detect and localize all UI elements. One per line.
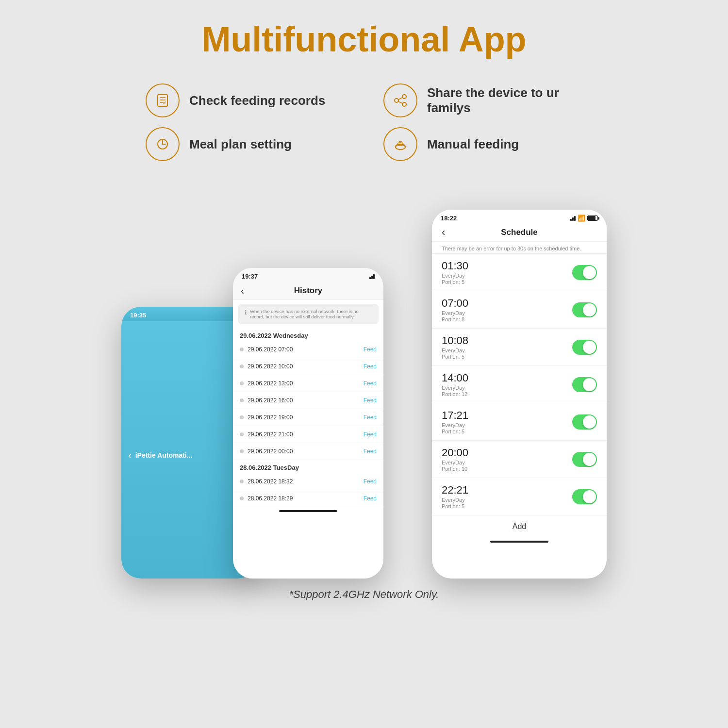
schedule-time-3: 14:00 — [442, 372, 468, 384]
history-dot-5 — [240, 432, 244, 436]
schedule-info-5: 20:00 EveryDay Portion: 10 — [442, 447, 468, 472]
feature-check-feeding: Check feeding records — [146, 83, 345, 117]
schedule-day-6: EveryDay — [442, 497, 468, 503]
history-label-6: Feed — [364, 448, 377, 455]
history-time-8: 28.06.2022 18:29 — [248, 495, 360, 502]
schedule-toggle-5[interactable] — [572, 452, 597, 467]
history-dot-6 — [240, 449, 244, 453]
history-time-0: 29.06.2022 07:00 — [248, 346, 360, 353]
battery-icon — [587, 215, 598, 221]
feature-meal-plan: Meal plan setting — [146, 127, 345, 161]
history-item-4: 29.06.2022 19:00 Feed — [233, 409, 383, 426]
schedule-portion-1: Portion: 8 — [442, 316, 468, 322]
feature-share-device: Share the device to ur familys — [383, 83, 582, 117]
schedule-info-4: 17:21 EveryDay Portion: 5 — [442, 409, 468, 434]
schedule-item-5: 20:00 EveryDay Portion: 10 — [432, 441, 607, 478]
history-dot-8 — [240, 496, 244, 500]
svg-line-7 — [398, 98, 402, 99]
history-label-8: Feed — [364, 495, 377, 502]
history-item-1: 29.06.2022 10:00 Feed — [233, 358, 383, 375]
history-item-3: 29.06.2022 16:00 Feed — [233, 392, 383, 409]
history-label-4: Feed — [364, 414, 377, 421]
feature-manual-feeding: Manual feeding — [383, 127, 582, 161]
check-feeding-icon — [146, 83, 180, 117]
history-item-0: 29.06.2022 07:00 Feed — [233, 341, 383, 358]
svg-point-6 — [402, 102, 406, 106]
wifi-icon: 📶 — [578, 215, 585, 222]
schedule-toggle-0[interactable] — [572, 265, 597, 280]
schedule-toggle-3[interactable] — [572, 377, 597, 392]
history-date-1: 29.06.2022 Wednesday — [233, 328, 383, 341]
schedule-portion-4: Portion: 5 — [442, 429, 468, 434]
svg-rect-0 — [158, 95, 167, 106]
history-item-8: 28.06.2022 18:29 Feed — [233, 490, 383, 507]
mid-time: 19:37 — [242, 273, 258, 280]
history-item-2: 29.06.2022 13:00 Feed — [233, 375, 383, 392]
phones-container: 19:35 ‹ iPettie Automati... Standby — [97, 190, 631, 579]
schedule-day-1: EveryDay — [442, 310, 468, 316]
mid-signal — [369, 274, 375, 279]
mid-status-bar: 19:37 — [233, 268, 383, 282]
schedule-info-0: 01:30 EveryDay Portion: 5 — [442, 260, 468, 285]
schedule-time-0: 01:30 — [442, 260, 468, 272]
schedule-toggle-1[interactable] — [572, 302, 597, 317]
schedule-item-0: 01:30 EveryDay Portion: 5 — [432, 254, 607, 291]
history-item-5: 29.06.2022 21:00 Feed — [233, 426, 383, 443]
history-label-1: Feed — [364, 363, 377, 370]
schedule-info-6: 22:21 EveryDay Portion: 5 — [442, 484, 468, 509]
schedule-day-4: EveryDay — [442, 422, 468, 428]
manual-feeding-text: Manual feeding — [427, 137, 519, 152]
schedule-toggle-2[interactable] — [572, 340, 597, 355]
history-dot-1 — [240, 364, 244, 368]
history-label-5: Feed — [364, 431, 377, 438]
history-date-2: 28.06.2022 TuesDay — [233, 460, 383, 473]
right-home-indicator — [490, 541, 548, 543]
schedule-time-4: 17:21 — [442, 409, 468, 422]
right-back-arrow[interactable]: ‹ — [442, 226, 445, 239]
schedule-toggle-6[interactable] — [572, 489, 597, 504]
mid-back-arrow[interactable]: ‹ — [241, 285, 244, 297]
phone-mid: 19:37 ‹ History ℹ When the device has no… — [233, 268, 383, 579]
schedule-info-1: 07:00 EveryDay Portion: 8 — [442, 297, 468, 322]
features-grid: Check feeding records Share the device t… — [146, 83, 582, 161]
schedule-item-4: 17:21 EveryDay Portion: 5 — [432, 403, 607, 441]
share-device-text: Share the device to ur familys — [427, 85, 582, 116]
history-label-2: Feed — [364, 380, 377, 387]
history-dot-7 — [240, 480, 244, 483]
page-title: Multifunctional App — [201, 19, 526, 59]
history-item-7: 28.06.2022 18:32 Feed — [233, 473, 383, 490]
right-signal — [570, 216, 576, 221]
schedule-day-5: EveryDay — [442, 460, 468, 465]
mid-nav: ‹ History — [233, 282, 383, 300]
history-dot-4 — [240, 415, 244, 419]
schedule-item-1: 07:00 EveryDay Portion: 8 — [432, 291, 607, 329]
mid-notice-text: When the device has no external network,… — [250, 309, 372, 319]
schedule-time-2: 10:08 — [442, 334, 468, 347]
schedule-portion-2: Portion: 5 — [442, 354, 468, 360]
history-time-4: 29.06.2022 19:00 — [248, 414, 360, 421]
history-dot-2 — [240, 381, 244, 385]
page-container: Multifunctional App Check feeding record… — [0, 0, 728, 728]
manual-feeding-icon — [383, 127, 417, 161]
schedule-notice: There may be an error for up to 30s on t… — [432, 242, 607, 254]
schedule-toggle-4[interactable] — [572, 414, 597, 430]
schedule-time-1: 07:00 — [442, 297, 468, 310]
meal-plan-text: Meal plan setting — [189, 137, 292, 152]
schedule-info-2: 10:08 EveryDay Portion: 5 — [442, 334, 468, 360]
svg-line-8 — [398, 101, 402, 103]
history-dot-3 — [240, 398, 244, 402]
schedule-day-2: EveryDay — [442, 347, 468, 353]
left-back-arrow[interactable]: ‹ — [128, 450, 132, 461]
left-nav-title: iPettie Automati... — [135, 451, 193, 459]
schedule-portion-5: Portion: 10 — [442, 466, 468, 472]
history-item-6: 29.06.2022 00:00 Feed — [233, 443, 383, 460]
history-time-5: 29.06.2022 21:00 — [248, 431, 360, 438]
right-status-bar: 18:22 📶 — [432, 210, 607, 224]
history-time-6: 29.06.2022 00:00 — [248, 448, 360, 455]
right-status-icons: 📶 — [570, 215, 598, 222]
add-button[interactable]: Add — [432, 515, 607, 538]
support-note: *Support 2.4GHz Network Only. — [289, 588, 439, 601]
right-nav-title: Schedule — [501, 228, 538, 237]
right-time: 18:22 — [441, 215, 457, 222]
right-nav: ‹ Schedule — [432, 224, 607, 242]
